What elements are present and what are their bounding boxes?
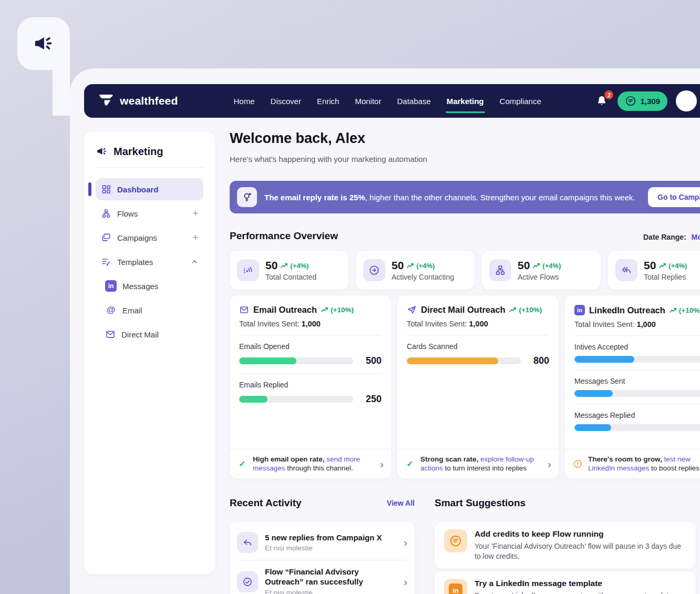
suggestion-title: Add credits to keep Flow running <box>475 529 686 539</box>
footer-bold: There's room to grow, <box>588 455 662 463</box>
stat-body: 50 (+4%) Total Replies <box>644 259 687 281</box>
suggestion-text: Boost your LinkedIn response rates with … <box>475 591 678 594</box>
nav-item-compliance[interactable]: Compliance <box>500 97 541 106</box>
stat-label: Active Flows <box>518 273 561 281</box>
flows-icon <box>489 259 511 281</box>
invites-label: Total Invites Sent: <box>239 320 299 328</box>
channel-title: Email Outreach <box>253 305 317 315</box>
sidebar-item-templates[interactable]: Templates <box>96 251 203 273</box>
envelope-icon <box>239 305 249 315</box>
sidebar-item-direct-mail[interactable]: Direct Mail <box>96 323 203 345</box>
activity-item[interactable]: Flow “Financial Advisory Outreach” ran s… <box>237 560 407 594</box>
activity-subtitle: Et nisi molestie <box>265 544 397 552</box>
channel-trend: (+10%) <box>519 306 542 314</box>
footer-bold: Strong scan rate, <box>420 455 478 463</box>
activity-item[interactable]: 5 new replies from Campaign X Et nisi mo… <box>237 525 407 560</box>
at-icon: @ <box>105 305 117 315</box>
megaphone-icon <box>96 145 108 158</box>
wealthfeed-logo[interactable]: wealthfeed <box>98 94 178 108</box>
stat-body: 50 (+4%) Actively Contacting <box>392 259 454 281</box>
check-icon: ✓ <box>405 459 415 469</box>
sidebar-item-label: Templates <box>117 258 153 267</box>
direct-mail-outreach-card: Direct Mail Outreach (+10%) Total Invite… <box>397 295 559 478</box>
invites-label: Total Invites Sent: <box>407 320 467 328</box>
progress-row: 500 <box>239 355 382 366</box>
chevron-right-icon[interactable]: › <box>404 577 407 587</box>
linkedin-icon: in <box>444 579 467 594</box>
progress-fill <box>574 424 611 431</box>
progress-row <box>574 424 700 431</box>
nav-item-marketing[interactable]: Marketing <box>447 97 484 106</box>
stat-trend: (+4%) <box>668 262 687 270</box>
channel-footer[interactable]: ✓ Strong scan rate, explore follow-up ac… <box>397 449 559 478</box>
sidebar-item-email[interactable]: @ Email <box>96 299 203 321</box>
page-title: Welcome back, Alex <box>230 130 365 147</box>
metric-label: Messages Sent <box>574 377 700 385</box>
stat-value: 50 <box>518 259 530 272</box>
notifications-button[interactable]: 2 <box>595 94 609 108</box>
divider <box>407 335 549 335</box>
performance-overview-title: Performance Overview <box>230 230 338 242</box>
nav-item-home[interactable]: Home <box>234 97 255 106</box>
nav-item-discover[interactable]: Discover <box>271 97 301 106</box>
channel-footer[interactable]: ✓ High email open rate, send more messag… <box>230 449 391 478</box>
nav-item-monitor[interactable]: Monitor <box>355 97 381 106</box>
recent-activity-title: Recent Activity <box>230 497 302 509</box>
date-range-value[interactable]: Month <box>692 233 700 241</box>
sidebar-item-label: Messages <box>122 282 158 291</box>
view-all-link[interactable]: View All <box>387 499 415 507</box>
sidebar-item-label: Flows <box>117 209 138 218</box>
channel-footer[interactable]: There's room to grow, test new LinkedIn … <box>565 449 700 478</box>
nav-item-enrich[interactable]: Enrich <box>317 97 339 106</box>
progress-fill <box>239 396 267 403</box>
smart-suggestions-header: Smart Suggestions <box>435 497 526 509</box>
add-campaign-button[interactable]: + <box>192 233 198 242</box>
nav-item-database[interactable]: Database <box>397 97 430 106</box>
activity-title: 5 new replies from Campaign X <box>265 533 397 543</box>
sidebar-item-flows[interactable]: Flows + <box>96 202 203 224</box>
lightbulb-icon <box>237 187 257 207</box>
reply-icon <box>237 532 258 553</box>
tab-connector <box>53 58 70 116</box>
divider <box>574 335 700 336</box>
stat-value: 50 <box>392 259 404 272</box>
sidebar-item-messages[interactable]: in Messages <box>96 275 203 297</box>
activity-subtitle: Et nisi molestie <box>265 589 397 594</box>
collapse-templates-chevron[interactable] <box>191 258 198 265</box>
suggestion-card-credits[interactable]: Add credits to keep Flow running Your 'F… <box>435 522 696 569</box>
wealthfeed-logo-icon <box>98 94 115 108</box>
stat-trend: (+4%) <box>416 262 435 270</box>
stat-trend: (+4%) <box>290 262 308 270</box>
chevron-right-icon[interactable]: › <box>380 459 384 469</box>
sidebar-divider <box>96 167 203 168</box>
add-flow-button[interactable]: + <box>192 209 198 218</box>
date-range[interactable]: Date Range: Month <box>643 233 700 241</box>
metric-value: 250 <box>358 394 382 405</box>
top-navbar: wealthfeed Home Discover Enrich Monitor … <box>84 84 700 118</box>
sidebar-item-dashboard[interactable]: Dashboard <box>96 178 203 200</box>
user-avatar[interactable] <box>676 90 697 111</box>
invites-value: 1,000 <box>636 320 655 329</box>
stat-label: Actively Contacting <box>392 273 454 281</box>
sidebar-item-label: Email <box>122 306 142 315</box>
envelope-icon <box>105 329 116 340</box>
go-to-campaigns-button[interactable]: Go to Campaigns <box>648 187 700 207</box>
campaigns-icon <box>101 232 111 243</box>
metric-label: Cards Scanned <box>407 342 549 351</box>
footer-rest: to boost replies <box>651 464 699 472</box>
trend-up-icon: (+10%) <box>670 306 700 314</box>
metric-label: Emails Opened <box>239 342 382 351</box>
progress-track <box>574 390 700 397</box>
recent-activity-card: 5 new replies from Campaign X Et nisi mo… <box>230 522 415 594</box>
chevron-right-icon[interactable]: › <box>404 537 407 548</box>
sidebar-item-campaigns[interactable]: Campaigns + <box>96 227 203 249</box>
active-indicator <box>88 182 91 196</box>
chevron-right-icon[interactable]: › <box>548 459 551 469</box>
date-range-label: Date Range: <box>643 233 686 241</box>
suggestion-card-linkedin[interactable]: in Try a LinkedIn message template Boost… <box>435 571 696 594</box>
invites-label: Total Invites Sent: <box>574 320 634 329</box>
suggestion-body: Add credits to keep Flow running Your 'F… <box>475 529 686 561</box>
credits-pill[interactable]: 1,309 <box>617 91 667 111</box>
stat-trend: (+4%) <box>542 262 561 270</box>
metric-label: Intives Accepted <box>574 343 700 351</box>
